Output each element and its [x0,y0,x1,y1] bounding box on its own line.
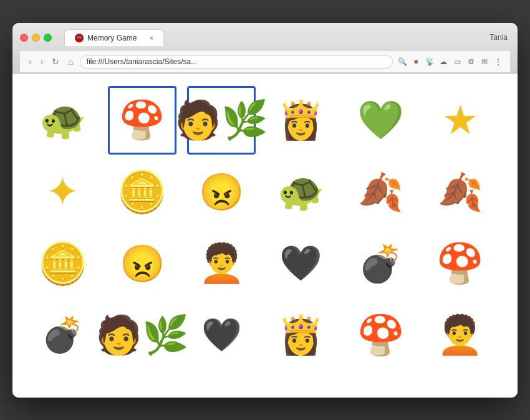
card-peach-2[interactable]: 👸 [267,301,335,370]
card-peach[interactable]: 👸 [267,86,335,155]
blue-shell-2-sprite: 🐢 [276,167,326,217]
mail-icon[interactable]: ✉ [479,56,490,67]
bookmark-icon[interactable]: ★ [410,56,422,67]
luigi-2-sprite: 🧑‍🌿 [117,310,167,360]
search-icon[interactable]: 🔍 [397,56,408,67]
card-bullet-bill-2[interactable]: 🖤 [187,301,256,370]
title-bar-top: 🎮 Memory Game × Tania [20,29,510,46]
reload-button[interactable]: ↻ [49,55,62,68]
tab-bar: 🎮 Memory Game × [64,29,489,46]
blue-shell-sprite: 🐢 [37,95,87,145]
1up-sprite: 💚 [355,95,405,145]
window-controls [20,34,52,42]
coin-sprite: 🪙 [117,167,167,217]
card-thwomp[interactable]: 😠 [187,158,256,226]
back-button[interactable]: ‹ [26,55,34,68]
goomba-sprite: 🍂 [355,167,405,217]
title-bar: 🎮 Memory Game × Tania ‹ › ↻ ⌂ 🔍 ★ 📡 ☁ ▭ … [12,23,518,74]
thwomp-2-sprite: 😠 [117,239,167,289]
bob-omb-sprite: 💣 [355,239,405,289]
card-luigi-2[interactable]: 🧑‍🌿 [108,301,176,370]
card-blue-shell[interactable]: 🐢 [28,86,97,155]
card-thwomp-2[interactable]: 😠 [108,229,176,298]
star-sprite: ★ [435,95,485,145]
cloud-icon[interactable]: ☁ [438,56,449,67]
settings-icon[interactable]: ⚙ [465,56,476,67]
card-red-mushroom-2[interactable]: 🍄 [346,301,415,370]
screen-icon[interactable]: ▭ [451,56,463,67]
bullet-bill-2-sprite: 🖤 [196,310,246,360]
thwomp-sprite: 😠 [196,167,246,217]
luigi-sprite: 🧑‍🌿 [196,95,246,145]
home-button[interactable]: ⌂ [65,55,75,68]
tab-close-button[interactable]: × [150,34,153,42]
red-mushroom-2-sprite: 🍄 [355,310,405,360]
card-mario-2[interactable]: 🧑‍🦱 [426,301,494,370]
tab-title: Memory Game [87,34,137,42]
card-star-2d[interactable]: ✦ [28,158,97,226]
card-1up-mushroom[interactable]: 💚 [346,86,415,155]
address-bar: ‹ › ↻ ⌂ 🔍 ★ 📡 ☁ ▭ ⚙ ✉ ⋮ [20,51,510,73]
maximize-button[interactable] [44,34,52,42]
card-luigi[interactable]: 🧑‍🌿 [187,86,256,155]
address-input[interactable] [80,55,393,69]
card-red-mushroom[interactable]: 🍄 [426,229,494,298]
toolbar-icons: 🔍 ★ 📡 ☁ ▭ ⚙ ✉ ⋮ [397,56,504,67]
goomba-2-sprite: 🍂 [435,167,485,217]
mario-2-sprite: 🧑‍🦱 [435,310,485,360]
card-star[interactable]: ★ [426,86,494,155]
game-grid: 🐢 🍄 🧑‍🌿 👸 💚 ★ ✦ 🪙 [28,86,502,370]
peach-2-sprite: 👸 [276,310,326,360]
star-2d-sprite: ✦ [37,167,87,217]
bullet-bill-sprite: 🖤 [276,239,326,289]
card-green-mushroom[interactable]: 🍄 [108,86,176,155]
peach-sprite: 👸 [276,95,326,145]
browser-window: 🎮 Memory Game × Tania ‹ › ↻ ⌂ 🔍 ★ 📡 ☁ ▭ … [12,23,518,398]
bob-omb-2-sprite: 💣 [37,310,87,360]
tab-favicon: 🎮 [75,34,84,42]
card-bullet-bill[interactable]: 🖤 [267,229,335,298]
page-content: 🐢 🍄 🧑‍🌿 👸 💚 ★ ✦ 🪙 [12,74,518,398]
active-tab[interactable]: 🎮 Memory Game × [64,29,164,46]
card-goomba[interactable]: 🍂 [346,158,415,226]
card-bob-omb[interactable]: 💣 [346,229,415,298]
forward-button[interactable]: › [38,55,46,68]
card-blue-shell-2[interactable]: 🐢 [267,158,335,226]
close-button[interactable] [20,34,28,42]
minimize-button[interactable] [32,34,40,42]
red-mushroom-sprite: 🍄 [435,239,485,289]
green-mushroom-sprite: 🍄 [117,95,167,145]
card-coin-2[interactable]: 🪙 [28,229,97,298]
card-mario[interactable]: 🧑‍🦱 [187,229,256,298]
user-name: Tania [489,33,508,42]
card-bob-omb-2[interactable]: 💣 [28,301,97,370]
coin-2-sprite: 🪙 [37,239,87,289]
more-icon[interactable]: ⋮ [493,56,504,67]
card-coin[interactable]: 🪙 [108,158,176,226]
card-goomba-2[interactable]: 🍂 [426,158,494,226]
rss-icon[interactable]: 📡 [424,56,435,67]
mario-sprite: 🧑‍🦱 [196,239,246,289]
